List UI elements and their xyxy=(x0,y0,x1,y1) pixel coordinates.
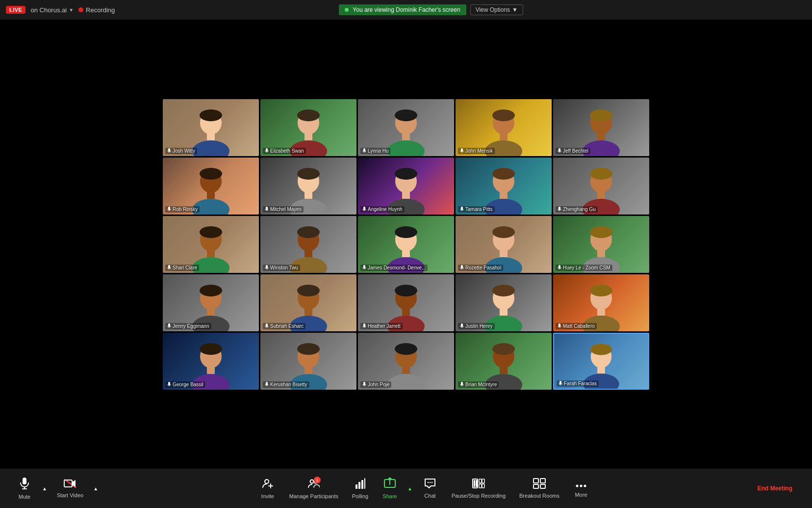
participant-name: Heather Jarrett xyxy=(360,323,403,329)
mute-button[interactable]: Mute xyxy=(10,473,39,504)
svg-rect-43 xyxy=(500,191,508,199)
participant-name: Mitchel Mayes xyxy=(263,206,304,213)
pause-recording-button[interactable]: Pause/Stop Recording xyxy=(445,474,512,503)
svg-rect-124 xyxy=(559,381,561,384)
invite-icon xyxy=(262,478,274,491)
svg-point-31 xyxy=(297,168,320,180)
svg-rect-79 xyxy=(168,323,170,327)
video-tile: Lynna Hu xyxy=(358,99,454,156)
top-bar-left: LIVE on Chorus.ai ▼ Recording xyxy=(6,6,115,14)
manage-participants-button[interactable]: 1 Manage Participants xyxy=(282,474,345,503)
video-tile: Rob Rinsky xyxy=(163,158,259,214)
video-caret[interactable]: ▲ xyxy=(90,482,101,495)
participant-name: Farah Faraclas xyxy=(557,380,599,387)
top-bar: LIVE on Chorus.ai ▼ Recording You are vi… xyxy=(0,0,812,20)
svg-point-142 xyxy=(431,482,432,483)
svg-rect-136 xyxy=(358,482,360,489)
svg-point-2 xyxy=(192,140,229,156)
video-tile: James Desmond- Denve... xyxy=(358,216,454,273)
screen-share-banner: You are viewing Dominik Facher's screen xyxy=(339,4,466,15)
svg-rect-83 xyxy=(304,308,312,316)
svg-rect-108 xyxy=(304,366,312,374)
more-button[interactable]: More xyxy=(566,475,596,502)
share-caret[interactable]: ▲ xyxy=(405,482,415,495)
svg-point-86 xyxy=(395,285,417,296)
svg-point-1 xyxy=(200,109,222,121)
svg-point-21 xyxy=(590,109,612,121)
svg-point-16 xyxy=(492,109,515,121)
svg-rect-19 xyxy=(461,148,463,152)
svg-rect-29 xyxy=(168,207,170,210)
svg-rect-113 xyxy=(402,366,410,374)
svg-rect-94 xyxy=(461,323,463,327)
svg-rect-84 xyxy=(266,323,268,327)
svg-rect-152 xyxy=(533,484,538,488)
video-tile: Farah Faraclas xyxy=(553,333,649,390)
svg-point-6 xyxy=(297,109,320,121)
svg-rect-149 xyxy=(482,484,484,488)
invite-label: Invite xyxy=(261,493,274,499)
invite-button[interactable]: Invite xyxy=(253,474,282,503)
participant-name: Shari Clare xyxy=(165,265,199,271)
svg-point-56 xyxy=(297,226,320,238)
svg-point-41 xyxy=(492,168,515,180)
more-icon xyxy=(575,479,587,490)
svg-rect-74 xyxy=(558,265,560,268)
share-button[interactable]: Share xyxy=(375,474,405,503)
participant-name: George Bassil xyxy=(165,381,205,388)
chat-label: Chat xyxy=(424,493,435,499)
svg-rect-150 xyxy=(533,479,538,483)
svg-rect-118 xyxy=(500,366,508,374)
svg-rect-151 xyxy=(540,479,545,483)
recording-indicator: Recording xyxy=(78,6,115,14)
svg-point-111 xyxy=(395,343,417,355)
svg-point-26 xyxy=(200,168,222,180)
participant-name: Rozette Pasahol xyxy=(458,265,503,271)
svg-rect-53 xyxy=(207,249,215,257)
svg-point-156 xyxy=(584,485,586,487)
toolbar-left-group: Mute ▲ Start Video ▲ xyxy=(10,473,101,504)
video-tile: Brian McIntyre xyxy=(456,333,552,390)
svg-rect-137 xyxy=(361,480,363,489)
end-meeting-button[interactable]: End Meeting xyxy=(748,481,802,496)
svg-rect-13 xyxy=(402,133,410,140)
top-bar-center: You are viewing Dominik Facher's screen … xyxy=(339,4,523,15)
video-tile: Winston Twu xyxy=(260,216,356,273)
chorus-label[interactable]: on Chorus.ai ▼ xyxy=(30,6,74,14)
video-tile: Matt Caballero xyxy=(553,274,649,331)
video-tile: Huey Le - Zoom CSM xyxy=(553,216,649,273)
svg-point-36 xyxy=(395,168,417,180)
video-tile: Shari Clare xyxy=(163,216,259,273)
video-tile: Jenny Eggimann xyxy=(163,274,259,331)
participant-name: Jenny Eggimann xyxy=(165,323,211,329)
svg-rect-44 xyxy=(461,207,463,210)
polling-button[interactable]: Polling xyxy=(345,474,375,503)
video-grid: Josh WittyElizabeth SwanLynna HuJohn Men… xyxy=(0,20,812,469)
view-options-button[interactable]: View Options ▼ xyxy=(470,4,523,15)
svg-rect-18 xyxy=(500,133,508,140)
video-tile: Heather Jarrett xyxy=(358,274,454,331)
bottom-toolbar: Mute ▲ Start Video ▲ xyxy=(0,469,812,508)
chorus-dropdown-arrow: ▼ xyxy=(69,7,74,13)
svg-rect-123 xyxy=(597,366,605,373)
svg-rect-147 xyxy=(482,479,484,483)
svg-rect-89 xyxy=(363,323,365,327)
svg-point-81 xyxy=(297,285,320,296)
start-video-button[interactable]: Start Video xyxy=(50,475,90,502)
svg-point-51 xyxy=(200,226,222,238)
svg-point-112 xyxy=(387,374,425,390)
participant-name: Elizabeth Swan xyxy=(263,148,306,154)
video-tile: Rozette Pasahol xyxy=(456,216,552,273)
chat-icon xyxy=(424,478,436,491)
participant-name: Tamara Pitts xyxy=(458,206,495,213)
svg-rect-153 xyxy=(540,484,545,488)
start-video-label: Start Video xyxy=(57,492,83,498)
mute-caret[interactable]: ▲ xyxy=(39,482,50,495)
svg-rect-78 xyxy=(207,308,215,316)
participant-name: Kerushan Bisetty xyxy=(263,381,309,388)
svg-rect-34 xyxy=(266,207,268,210)
polling-icon xyxy=(355,478,366,491)
breakout-rooms-button[interactable]: Breakout Rooms xyxy=(512,474,566,503)
video-tile: Justin Henry xyxy=(456,274,552,331)
chat-button[interactable]: Chat xyxy=(415,474,445,503)
